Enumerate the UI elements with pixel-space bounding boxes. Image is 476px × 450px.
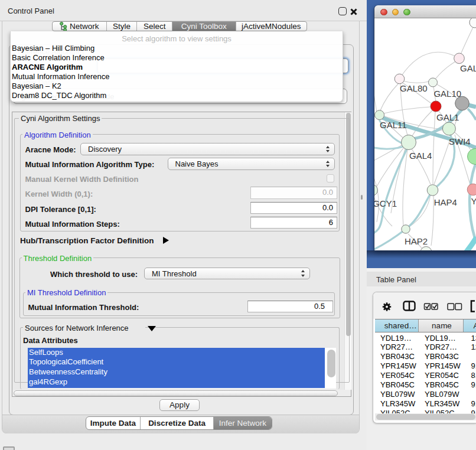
svg-text:HAP4: HAP4 [434, 197, 457, 207]
svg-text:GAL80: GAL80 [400, 83, 428, 93]
svg-text:GAL10: GAL10 [433, 89, 461, 99]
svg-text:HAP2: HAP2 [405, 236, 428, 246]
svg-text:GAL1: GAL1 [436, 112, 459, 122]
svg-text:YE: YE [471, 196, 476, 206]
svg-text:GAL11: GAL11 [380, 120, 407, 130]
svg-text:GAL4: GAL4 [409, 151, 432, 161]
svg-text:GCY1: GCY1 [374, 198, 397, 208]
svg-text:GAL7: GAL7 [460, 63, 476, 73]
svg-text:SWI4: SWI4 [449, 136, 471, 146]
